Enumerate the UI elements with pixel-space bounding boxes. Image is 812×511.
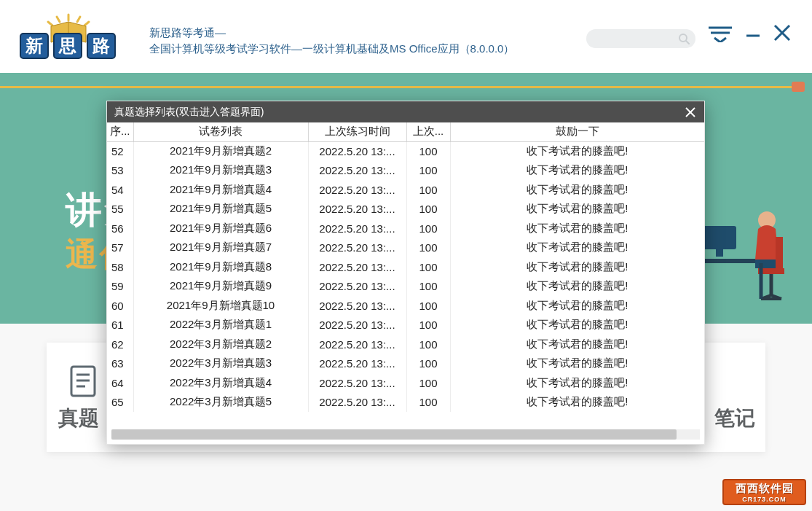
table-row[interactable]: 572021年9月新增真题72022.5.20 13:...100收下考试君的膝… xyxy=(107,238,704,258)
header-title: 新思路等考通— 全国计算机等级考试学习软件—一级计算机基础及MS Office应… xyxy=(149,25,514,57)
cell-score: 100 xyxy=(406,354,450,374)
table-row[interactable]: 532021年9月新增真题32022.5.20 13:...100收下考试君的膝… xyxy=(107,161,704,181)
cell-seq: 62 xyxy=(107,335,133,354)
cell-seq: 59 xyxy=(107,277,133,297)
cell-seq: 60 xyxy=(107,296,133,316)
cell-seq: 64 xyxy=(107,373,133,393)
svg-rect-17 xyxy=(703,226,736,249)
table-row[interactable]: 522021年9月新增真题22022.5.20 13:...100收下考试君的膝… xyxy=(107,141,704,161)
cell-encourage: 收下考试君的膝盖吧! xyxy=(450,161,704,181)
table-row[interactable]: 562021年9月新增真题62022.5.20 13:...100收下考试君的膝… xyxy=(107,219,704,238)
exam-table-wrap: 序... 试卷列表 上次练习时间 上次... 鼓励一下 522021年9月新增真… xyxy=(107,122,704,444)
cell-score: 100 xyxy=(406,141,450,161)
table-row[interactable]: 592021年9月新增真题92022.5.20 13:...100收下考试君的膝… xyxy=(107,277,704,297)
cell-paper: 2021年9月新增真题10 xyxy=(133,296,308,316)
cell-score: 100 xyxy=(406,180,450,200)
col-header-encourage[interactable]: 鼓励一下 xyxy=(450,122,704,141)
cell-seq: 52 xyxy=(107,141,133,161)
document-icon xyxy=(69,364,100,401)
col-header-score[interactable]: 上次... xyxy=(406,122,450,141)
horizontal-scrollbar[interactable] xyxy=(111,429,700,440)
cell-score: 100 xyxy=(406,257,450,277)
cell-paper: 2021年9月新增真题5 xyxy=(133,200,308,219)
header-title-line2: 全国计算机等级考试学习软件—一级计算机基础及MS Office应用（8.0.0.… xyxy=(149,41,514,57)
table-row[interactable]: 622022年3月新增真题22022.5.20 13:...100收下考试君的膝… xyxy=(107,335,704,354)
top-bar: 新 思 路 新思路等考通— 全国计算机等级考试学习软件—一级计算机基础及MS O… xyxy=(0,0,812,73)
modal-close-button[interactable] xyxy=(684,106,697,119)
minimize-button[interactable] xyxy=(745,28,761,44)
app-logo: 新 思 路 xyxy=(16,13,122,64)
cell-paper: 2022年3月新增真题5 xyxy=(133,393,308,413)
cell-time: 2022.5.20 13:... xyxy=(308,238,406,258)
svg-text:新: 新 xyxy=(25,36,43,55)
cell-score: 100 xyxy=(406,373,450,393)
table-row[interactable]: 582021年9月新增真题82022.5.20 13:...100收下考试君的膝… xyxy=(107,257,704,277)
logo-icon: 新 思 路 xyxy=(16,13,122,64)
cell-encourage: 收下考试君的膝盖吧! xyxy=(450,277,704,297)
bottom-label-right: 笔记 xyxy=(714,405,755,432)
table-row[interactable]: 632022年3月新增真题32022.5.20 13:...100收下考试君的膝… xyxy=(107,354,704,374)
modal-title-text: 真题选择列表(双击进入答题界面) xyxy=(114,106,684,119)
cell-paper: 2021年9月新增真题4 xyxy=(133,180,308,200)
table-row[interactable]: 612022年3月新增真题12022.5.20 13:...100收下考试君的膝… xyxy=(107,316,704,335)
close-icon xyxy=(685,107,695,117)
cell-time: 2022.5.20 13:... xyxy=(308,296,406,316)
cell-score: 100 xyxy=(406,393,450,413)
cell-seq: 63 xyxy=(107,354,133,374)
cell-score: 100 xyxy=(406,277,450,297)
watermark: 西西软件园 CR173.COM xyxy=(722,479,806,505)
table-row[interactable]: 642022年3月新增真题42022.5.20 13:...100收下考试君的膝… xyxy=(107,373,704,393)
cell-time: 2022.5.20 13:... xyxy=(308,373,406,393)
app-background: 新 思 路 新思路等考通— 全国计算机等级考试学习软件—一级计算机基础及MS O… xyxy=(0,0,812,511)
cell-seq: 56 xyxy=(107,219,133,238)
scrollbar-thumb[interactable] xyxy=(111,429,677,440)
cell-time: 2022.5.20 13:... xyxy=(308,200,406,219)
cell-seq: 55 xyxy=(107,200,133,219)
cell-score: 100 xyxy=(406,296,450,316)
svg-line-4 xyxy=(84,22,89,26)
svg-text:思: 思 xyxy=(58,36,76,55)
svg-text:路: 路 xyxy=(92,36,110,55)
cell-encourage: 收下考试君的膝盖吧! xyxy=(450,141,704,161)
cell-paper: 2021年9月新增真题7 xyxy=(133,238,308,258)
cell-score: 100 xyxy=(406,238,450,258)
cell-encourage: 收下考试君的膝盖吧! xyxy=(450,373,704,393)
cell-paper: 2021年9月新增真题2 xyxy=(133,141,308,161)
cell-time: 2022.5.20 13:... xyxy=(308,219,406,238)
cell-score: 100 xyxy=(406,219,450,238)
cell-paper: 2022年3月新增真题3 xyxy=(133,354,308,374)
cell-time: 2022.5.20 13:... xyxy=(308,257,406,277)
cell-paper: 2021年9月新增真题8 xyxy=(133,257,308,277)
col-header-seq[interactable]: 序... xyxy=(107,122,133,141)
cell-score: 100 xyxy=(406,335,450,354)
cell-seq: 58 xyxy=(107,257,133,277)
cell-encourage: 收下考试君的膝盖吧! xyxy=(450,316,704,335)
cell-time: 2022.5.20 13:... xyxy=(308,354,406,374)
cell-time: 2022.5.20 13:... xyxy=(308,393,406,413)
table-row[interactable]: 542021年9月新增真题42022.5.20 13:...100收下考试君的膝… xyxy=(107,180,704,200)
cell-paper: 2021年9月新增真题9 xyxy=(133,277,308,297)
search-icon xyxy=(678,33,690,47)
menu-icon[interactable] xyxy=(709,26,732,45)
cell-encourage: 收下考试君的膝盖吧! xyxy=(450,219,704,238)
search-input[interactable] xyxy=(586,29,695,48)
modal-titlebar[interactable]: 真题选择列表(双击进入答题界面) xyxy=(107,101,704,122)
header-title-line1: 新思路等考通— xyxy=(149,25,514,41)
col-header-time[interactable]: 上次练习时间 xyxy=(308,122,406,141)
cell-encourage: 收下考试君的膝盖吧! xyxy=(450,393,704,413)
cell-encourage: 收下考试君的膝盖吧! xyxy=(450,335,704,354)
cell-time: 2022.5.20 13:... xyxy=(308,335,406,354)
cell-time: 2022.5.20 13:... xyxy=(308,141,406,161)
cell-encourage: 收下考试君的膝盖吧! xyxy=(450,238,704,258)
table-row[interactable]: 652022年3月新增真题52022.5.20 13:...100收下考试君的膝… xyxy=(107,393,704,413)
svg-line-13 xyxy=(686,41,689,44)
cell-encourage: 收下考试君的膝盖吧! xyxy=(450,296,704,316)
svg-line-3 xyxy=(48,22,52,26)
svg-rect-21 xyxy=(755,260,779,268)
app-close-button[interactable] xyxy=(773,23,792,45)
cell-seq: 54 xyxy=(107,180,133,200)
table-row[interactable]: 552021年9月新增真题52022.5.20 13:...100收下考试君的膝… xyxy=(107,200,704,219)
col-header-paper[interactable]: 试卷列表 xyxy=(133,122,308,141)
cell-score: 100 xyxy=(406,200,450,219)
table-row[interactable]: 602021年9月新增真题102022.5.20 13:...100收下考试君的… xyxy=(107,296,704,316)
